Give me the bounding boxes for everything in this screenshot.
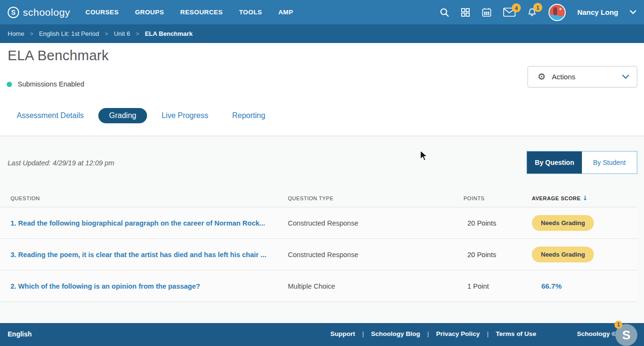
status-label: Submissions Enabled bbox=[18, 80, 84, 88]
tab-assessment-details[interactable]: Assessment Details bbox=[17, 111, 84, 120]
breadcrumb-separator: > bbox=[30, 31, 33, 37]
tab-live-progress[interactable]: Live Progress bbox=[161, 111, 208, 120]
toggle-by-question[interactable]: By Question bbox=[527, 151, 582, 173]
search-icon[interactable] bbox=[440, 8, 449, 17]
footer-links: Support | Schoology Blog | Privacy Polic… bbox=[330, 330, 536, 337]
nav-utilities: 4 1 Nancy Long bbox=[440, 4, 636, 21]
points-cell: 1 Point bbox=[464, 282, 532, 290]
footer-link-separator: | bbox=[362, 330, 364, 337]
toggle-by-student[interactable]: By Student bbox=[582, 151, 637, 173]
nav-item-resources[interactable]: RESOURCES bbox=[180, 9, 223, 16]
messages-icon[interactable]: 4 bbox=[503, 8, 516, 17]
schoology-logo-text: schoology bbox=[23, 7, 70, 18]
breadcrumb-separator: > bbox=[105, 31, 108, 37]
points-cell: 20 Points bbox=[464, 219, 532, 227]
nav-item-tools[interactable]: TOOLS bbox=[239, 9, 262, 16]
sort-descending-icon: ↓ bbox=[582, 195, 588, 202]
submissions-status: Submissions Enabled bbox=[7, 80, 84, 88]
view-toggle: By Question By Student bbox=[527, 151, 637, 174]
table-row: 3. Reading the poem, it is clear that th… bbox=[0, 239, 637, 270]
questions-table: QUESTION QUESTION TYPE POINTS AVERAGE SC… bbox=[0, 189, 637, 302]
nav-item-groups[interactable]: GROUPS bbox=[135, 9, 164, 16]
apps-grid-icon[interactable] bbox=[461, 8, 470, 17]
question-link[interactable]: 3. Reading the poem, it is clear that th… bbox=[11, 251, 288, 259]
page-title: ELA Benchmark bbox=[8, 48, 109, 64]
column-header-points[interactable]: POINTS bbox=[464, 195, 532, 201]
column-header-question-type[interactable]: QUESTION TYPE bbox=[288, 195, 464, 201]
table-header-row: QUESTION QUESTION TYPE POINTS AVERAGE SC… bbox=[0, 189, 637, 207]
needs-grading-badge[interactable]: Needs Grading bbox=[532, 215, 594, 231]
actions-chevron-down-icon bbox=[622, 75, 629, 79]
footer-link-separator: | bbox=[427, 330, 429, 337]
tab-reporting[interactable]: Reporting bbox=[232, 111, 265, 120]
question-type-cell: Multiple Choice bbox=[288, 282, 464, 290]
breadcrumb-unit[interactable]: Unit 6 bbox=[114, 30, 130, 37]
points-cell: 20 Points bbox=[464, 251, 532, 259]
top-nav: S schoology COURSES GROUPS RESOURCES TOO… bbox=[0, 0, 644, 24]
calendar-icon[interactable] bbox=[482, 7, 492, 17]
notifications-bell-icon[interactable]: 1 bbox=[527, 7, 537, 17]
breadcrumb-current: ELA Benchmark bbox=[145, 30, 192, 37]
footer-link-privacy[interactable]: Privacy Policy bbox=[436, 330, 480, 337]
question-type-cell: Constructed Response bbox=[288, 219, 464, 227]
nav-item-amp[interactable]: AMP bbox=[278, 9, 293, 16]
language-selector[interactable]: English bbox=[8, 330, 32, 338]
footer: English Support | Schoology Blog | Priva… bbox=[0, 323, 644, 346]
gear-icon: ⚙ bbox=[538, 72, 546, 81]
grading-panel: Last Updated: 4/29/19 at 12:09 pm By Que… bbox=[0, 136, 644, 323]
footer-link-blog[interactable]: Schoology Blog bbox=[371, 330, 420, 337]
column-header-question[interactable]: QUESTION bbox=[11, 195, 288, 201]
user-avatar[interactable] bbox=[549, 4, 566, 21]
footer-link-terms[interactable]: Terms of Use bbox=[496, 330, 537, 337]
footer-link-support[interactable]: Support bbox=[330, 330, 355, 337]
assessment-tabs: Assessment Details Grading Live Progress… bbox=[17, 108, 265, 124]
nav-item-courses[interactable]: COURSES bbox=[85, 9, 119, 16]
account-chevron-down-icon[interactable] bbox=[630, 10, 636, 14]
question-link[interactable]: 2. Which of the following is an opinion … bbox=[11, 282, 288, 290]
chat-widget-letter: S bbox=[622, 328, 630, 343]
breadcrumb-separator: > bbox=[136, 31, 139, 37]
needs-grading-badge[interactable]: Needs Grading bbox=[532, 247, 594, 262]
status-dot-icon bbox=[7, 82, 12, 87]
chat-widget-button[interactable]: S 1 bbox=[615, 324, 637, 346]
schoology-logo-icon: S bbox=[8, 7, 19, 18]
table-row: 2. Which of the following is an opinion … bbox=[0, 270, 637, 302]
schoology-logo[interactable]: S schoology bbox=[8, 7, 70, 18]
breadcrumb-course[interactable]: English Lit: 1st Period bbox=[39, 30, 99, 37]
last-updated-text: Last Updated: 4/29/19 at 12:09 pm bbox=[8, 159, 114, 167]
tab-grading[interactable]: Grading bbox=[98, 108, 148, 123]
table-row: 1. Read the following biographical parag… bbox=[0, 207, 637, 239]
messages-count-badge: 4 bbox=[512, 3, 521, 12]
question-link[interactable]: 1. Read the following biographical parag… bbox=[11, 219, 288, 227]
notifications-count-badge: 1 bbox=[533, 3, 542, 12]
actions-button[interactable]: ⚙ Actions bbox=[528, 66, 637, 87]
main-menu: COURSES GROUPS RESOURCES TOOLS AMP bbox=[85, 9, 293, 16]
column-header-average-score[interactable]: AVERAGE SCORE ↓ bbox=[532, 195, 637, 202]
user-name[interactable]: Nancy Long bbox=[577, 8, 618, 16]
chat-unread-badge: 1 bbox=[614, 321, 623, 329]
breadcrumb: Home > English Lit: 1st Period > Unit 6 … bbox=[0, 24, 644, 43]
average-score-value: 66.7% bbox=[532, 282, 637, 290]
footer-link-separator: | bbox=[487, 330, 489, 337]
question-type-cell: Constructed Response bbox=[288, 251, 464, 259]
breadcrumb-home[interactable]: Home bbox=[8, 30, 24, 37]
actions-label: Actions bbox=[552, 73, 575, 81]
